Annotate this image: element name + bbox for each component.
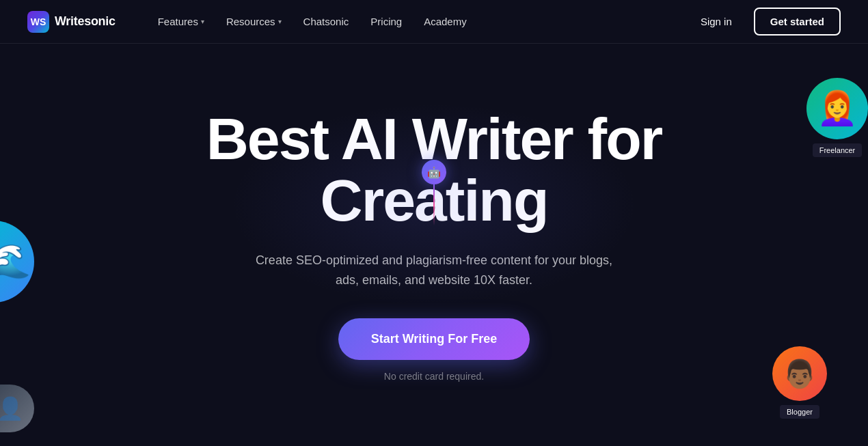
nav-item-academy[interactable]: Academy xyxy=(414,10,476,33)
avatar-right-top: 👩‍🦰 Freelancer xyxy=(806,78,868,157)
nav-item-resources[interactable]: Resources ▾ xyxy=(217,10,291,33)
logo[interactable]: WS Writesonic xyxy=(27,11,116,33)
pin-cursor: 🤖 xyxy=(422,160,446,225)
pin-line xyxy=(433,184,435,225)
blogger-badge: Blogger xyxy=(780,405,819,419)
freelancer-badge: Freelancer xyxy=(813,143,863,157)
chevron-down-icon: ▾ xyxy=(278,18,282,25)
avatar-circle-left: 🌊 xyxy=(0,221,34,303)
sign-in-button[interactable]: Sign in xyxy=(690,10,743,33)
brand-name: Writesonic xyxy=(55,14,116,29)
hero-section: 🌊 👤 Best AI Writer for Creating 🤖 Create… xyxy=(0,44,868,446)
get-started-button[interactable]: Get started xyxy=(754,8,841,36)
avatar-left-top: 🌊 xyxy=(0,221,34,303)
nav-item-chatsonic[interactable]: Chatsonic xyxy=(294,10,359,33)
avatar-circle-left-bottom: 👤 xyxy=(0,385,34,432)
avatar-right-bottom-circle: 👨🏾 xyxy=(772,346,827,401)
chevron-down-icon: ▾ xyxy=(201,18,204,25)
avatar-right-circle: 👩‍🦰 xyxy=(806,78,868,139)
no-credit-text: No credit card required. xyxy=(384,371,484,382)
cta-button[interactable]: Start Writing For Free xyxy=(338,318,530,360)
pin-dot: 🤖 xyxy=(422,160,446,184)
nav-right: Sign in Get started xyxy=(690,8,841,36)
avatar-right-bottom: 👨🏾 Blogger xyxy=(772,346,827,419)
nav-links: Features ▾ Resources ▾ Chatsonic Pricing… xyxy=(148,10,690,33)
hero-subtitle: Create SEO-optimized and plagiarism-free… xyxy=(249,251,619,291)
logo-icon: WS xyxy=(27,11,49,33)
navbar: WS Writesonic Features ▾ Resources ▾ Cha… xyxy=(0,0,868,44)
nav-item-features[interactable]: Features ▾ xyxy=(148,10,214,33)
avatar-left-bottom: 👤 xyxy=(0,385,34,432)
nav-item-pricing[interactable]: Pricing xyxy=(361,10,411,33)
